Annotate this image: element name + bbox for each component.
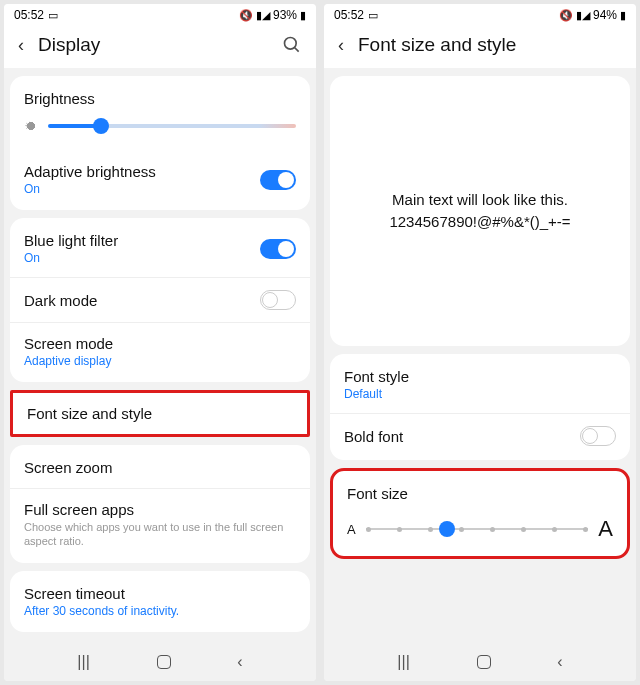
boldfont-label: Bold font (344, 428, 403, 445)
nav-back-icon[interactable]: ‹ (237, 653, 242, 671)
header: ‹ Display (4, 24, 316, 68)
status-bar: 05:52 ▭ 🔇 ▮◢ 93% ▮ (4, 4, 316, 24)
battery-icon: ▮ (300, 9, 306, 22)
bluelight-sub: On (24, 251, 118, 265)
battery-pct: 94% (593, 8, 617, 22)
nav-bar: ||| ‹ (4, 637, 316, 681)
nav-bar: ||| ‹ (324, 637, 636, 681)
timeout-label: Screen timeout (24, 585, 296, 602)
fontsize-small-a: A (347, 522, 356, 537)
nav-recents-icon[interactable]: ||| (397, 653, 409, 671)
bluelight-toggle[interactable] (260, 239, 296, 259)
svg-line-1 (295, 48, 299, 52)
page-title: Font size and style (358, 34, 622, 56)
fontsize-slider[interactable]: A A (347, 516, 613, 542)
brightness-slider[interactable] (24, 119, 296, 133)
bluelight-row[interactable]: Blue light filter On (10, 220, 310, 278)
adaptive-label: Adaptive brightness (24, 163, 156, 180)
fontsize-card: Font size A A (330, 468, 630, 559)
search-icon[interactable] (282, 35, 302, 55)
fontstyle-row[interactable]: Font style Default (330, 356, 630, 414)
screenmode-sub: Adaptive display (24, 354, 296, 368)
adaptive-brightness-row[interactable]: Adaptive brightness On (10, 151, 310, 208)
fontsize-label: Font size (347, 485, 613, 502)
screenshot-icon: ▭ (48, 9, 58, 22)
fullscreen-row[interactable]: Full screen apps Choose which apps you w… (10, 489, 310, 561)
screenmode-row[interactable]: Screen mode Adaptive display (10, 323, 310, 380)
boldfont-row[interactable]: Bold font (330, 414, 630, 458)
nav-home-icon[interactable] (157, 655, 171, 669)
boldfont-toggle[interactable] (580, 426, 616, 446)
adaptive-sub: On (24, 182, 156, 196)
darkmode-label: Dark mode (24, 292, 97, 309)
fontsize-label: Font size and style (27, 405, 293, 422)
back-icon[interactable]: ‹ (18, 35, 24, 56)
battery-icon: ▮ (620, 9, 626, 22)
fontstyle-sub: Default (344, 387, 616, 401)
signal-icon: ▮◢ (576, 9, 590, 22)
preview-line1: Main text will look like this. (392, 189, 568, 212)
fontstyle-label: Font style (344, 368, 616, 385)
adaptive-toggle[interactable] (260, 170, 296, 190)
settings-list: Brightness Adaptive brightness On Blue l… (4, 68, 316, 637)
nav-back-icon[interactable]: ‹ (557, 653, 562, 671)
brightness-label: Brightness (24, 90, 296, 107)
preview-line2: 1234567890!@#%&*()_+-= (389, 211, 570, 234)
phone-right: 05:52 ▭ 🔇 ▮◢ 94% ▮ ‹ Font size and style… (324, 4, 636, 681)
settings-list: Main text will look like this. 123456789… (324, 68, 636, 637)
screenmode-label: Screen mode (24, 335, 296, 352)
header: ‹ Font size and style (324, 24, 636, 68)
signal-icon: ▮◢ (256, 9, 270, 22)
svg-point-0 (285, 38, 297, 50)
preview-card: Main text will look like this. 123456789… (330, 76, 630, 346)
fontsize-thumb[interactable] (439, 521, 455, 537)
brightness-row: Brightness (10, 78, 310, 151)
timeout-sub: After 30 seconds of inactivity. (24, 604, 296, 618)
bluelight-label: Blue light filter (24, 232, 118, 249)
status-bar: 05:52 ▭ 🔇 ▮◢ 94% ▮ (324, 4, 636, 24)
darkmode-row[interactable]: Dark mode (10, 278, 310, 323)
phone-left: 05:52 ▭ 🔇 ▮◢ 93% ▮ ‹ Display Brightness (4, 4, 316, 681)
fullscreen-label: Full screen apps (24, 501, 296, 518)
status-time: 05:52 (14, 8, 44, 22)
battery-pct: 93% (273, 8, 297, 22)
nav-recents-icon[interactable]: ||| (77, 653, 89, 671)
screenshot-icon: ▭ (368, 9, 378, 22)
fontsize-row[interactable]: Font size and style (13, 393, 307, 434)
back-icon[interactable]: ‹ (338, 35, 344, 56)
sun-icon (24, 119, 38, 133)
brightness-thumb[interactable] (93, 118, 109, 134)
darkmode-toggle[interactable] (260, 290, 296, 310)
mute-icon: 🔇 (239, 9, 253, 22)
screenzoom-label: Screen zoom (24, 459, 296, 476)
status-time: 05:52 (334, 8, 364, 22)
page-title: Display (38, 34, 282, 56)
timeout-row[interactable]: Screen timeout After 30 seconds of inact… (10, 573, 310, 630)
mute-icon: 🔇 (559, 9, 573, 22)
nav-home-icon[interactable] (477, 655, 491, 669)
fullscreen-hint: Choose which apps you want to use in the… (24, 520, 296, 549)
fontsize-big-a: A (598, 516, 613, 542)
screenzoom-row[interactable]: Screen zoom (10, 447, 310, 489)
